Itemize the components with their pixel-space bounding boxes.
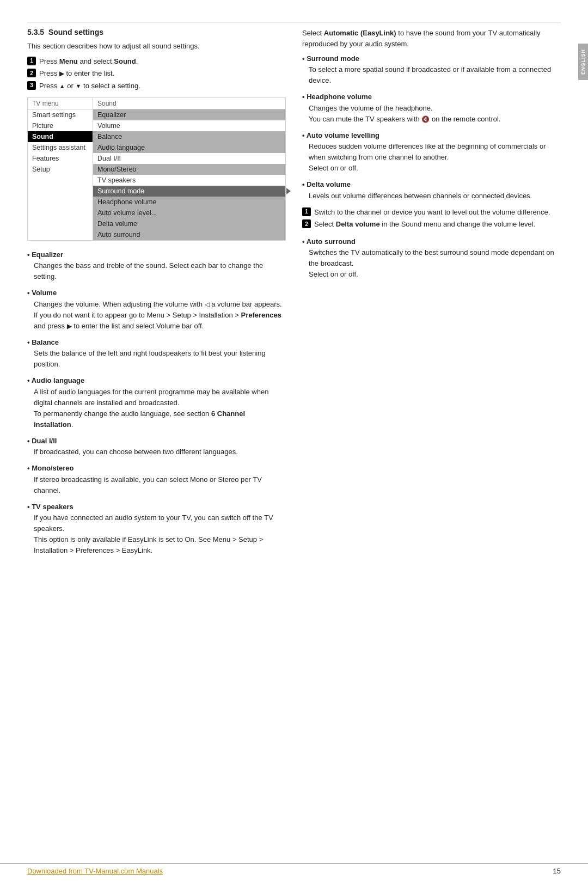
menu-right-headphone-volume: Headphone volume <box>93 197 285 207</box>
bullet-delta-volume-text: Levels out volume differences between ch… <box>302 191 561 201</box>
right-column: Select Automatic (EasyLink) to have the … <box>302 28 561 562</box>
bullet-auto-surround: Auto surround Switches the TV automatica… <box>302 236 561 280</box>
menu-right-equalizer: Equalizer <box>93 109 285 120</box>
menu-left-smart-settings: Smart settings <box>28 109 93 120</box>
up-arrow-icon: ▲ <box>59 82 65 91</box>
bullet-auto-volume-levelling-title: Auto volume levelling <box>302 131 379 139</box>
bullet-surround-mode: Surround mode To select a more spatial s… <box>302 53 561 86</box>
right-steps-list: 1 Switch to the channel or device you wa… <box>302 207 561 230</box>
right-arrow-2-icon: ▶ <box>67 321 72 332</box>
menu-right-auto-surround: Auto surround <box>93 229 285 240</box>
menu-right-surround-mode: Surround mode <box>93 186 285 197</box>
bullet-balance-text: Sets the balance of the left and right l… <box>27 348 286 370</box>
menu-right-delta-volume: Delta volume <box>93 218 285 229</box>
bullet-auto-surround-text: Switches the TV automatically to the bes… <box>302 247 561 280</box>
bullet-mono-stereo: Mono/stereo If stereo broadcasting is av… <box>27 463 286 496</box>
menu-left-sound: Sound <box>28 131 93 142</box>
bullet-volume-text: Changes the volume. When adjusting the v… <box>27 299 286 332</box>
bullet-balance-title: Balance <box>27 338 59 346</box>
page-container: ENGLISH 5.3.5 Sound settings This sectio… <box>0 0 588 886</box>
right-step-1: 1 Switch to the channel or device you wa… <box>302 207 561 218</box>
bullet-auto-volume-levelling: Auto volume levelling Reduces sudden vol… <box>302 130 561 174</box>
bullet-mono-stereo-title: Mono/stereo <box>27 464 74 472</box>
bullet-audio-language: Audio language A list of audio languages… <box>27 375 286 430</box>
footer: Downloaded from TV-Manual.com Manuals 15 <box>0 863 588 875</box>
steps-list: 1 Press Menu and select Sound. 2 Press ▶… <box>27 56 286 91</box>
english-tab: ENGLISH <box>578 44 588 80</box>
bullet-equalizer: Equalizer Changes the bass and treble of… <box>27 249 286 282</box>
main-content: 5.3.5 Sound settings This section descri… <box>27 28 561 562</box>
step-3: 3 Press ▲ or ▼ to select a setting. <box>27 81 286 91</box>
step-2: 2 Press ▶ to enter the list. <box>27 68 286 79</box>
step-1: 1 Press Menu and select Sound. <box>27 56 286 67</box>
bullet-balance: Balance Sets the balance of the left and… <box>27 337 286 370</box>
bullet-equalizer-text: Changes the bass and treble of the sound… <box>27 260 286 282</box>
bullet-auto-volume-levelling-text: Reduces sudden volume differences like a… <box>302 141 561 174</box>
bullet-audio-language-title: Audio language <box>27 376 84 384</box>
menu-right-volume: Volume <box>93 120 285 131</box>
bullet-volume-title: Volume <box>27 289 57 297</box>
right-arrow-icon: ▶ <box>59 69 64 78</box>
menu-left-setup: Setup <box>28 164 93 175</box>
step-3-num: 3 <box>27 81 36 90</box>
step-1-num: 1 <box>27 57 36 65</box>
menu-left-features: Features <box>28 153 93 164</box>
step-2-text: Press ▶ to enter the list. <box>39 68 114 79</box>
bullet-tv-speakers-text: If you have connected an audio system to… <box>27 512 286 557</box>
section-intro: This section describes how to adjust all… <box>27 41 286 52</box>
step-1-text: Press Menu and select Sound. <box>39 56 138 67</box>
menu-col-right: Sound Equalizer Volume Balance Audio lan… <box>93 98 285 240</box>
right-step-2-num: 2 <box>302 219 311 228</box>
surround-arrow-icon <box>286 188 291 194</box>
bullet-equalizer-title: Equalizer <box>27 250 63 259</box>
bullet-headphone-volume-text: Changes the volume of the headphone.You … <box>302 103 561 125</box>
section-title: 5.3.5 Sound settings <box>27 28 286 36</box>
bullet-dual-text: If broadcasted, you can choose between t… <box>27 447 286 457</box>
menu-right-header: Sound <box>93 98 285 109</box>
menu-col-left: TV menu Smart settings Picture Sound Set… <box>28 98 93 240</box>
bullet-audio-language-text: A list of audio languages for the curren… <box>27 387 286 431</box>
mute-icon: 🔇 <box>421 114 430 125</box>
menu-right-audio-language: Audio language <box>93 142 285 153</box>
footer-page-number: 15 <box>553 867 561 875</box>
bullet-volume: Volume Changes the volume. When adjustin… <box>27 288 286 332</box>
menu-right-balance: Balance <box>93 131 285 142</box>
step-2-num: 2 <box>27 69 36 77</box>
left-column: 5.3.5 Sound settings This section descri… <box>27 28 286 562</box>
volume-icon: ◁ <box>205 300 210 310</box>
bullet-auto-surround-title: Auto surround <box>302 237 356 246</box>
section-number: 5.3.5 <box>27 28 44 36</box>
menu-left-header: TV menu <box>28 98 93 109</box>
bullet-surround-mode-title: Surround mode <box>302 54 359 63</box>
section-heading: Sound settings <box>48 28 103 36</box>
right-intro-text: Select Automatic (EasyLink) to have the … <box>302 28 561 49</box>
tv-menu-table: TV menu Smart settings Picture Sound Set… <box>27 97 286 241</box>
menu-right-mono-stereo: Mono/Stereo <box>93 164 285 175</box>
footer-link[interactable]: Downloaded from TV-Manual.com Manuals <box>27 867 163 875</box>
right-step-2-text: Select Delta volume in the Sound menu an… <box>314 219 535 230</box>
right-step-1-num: 1 <box>302 207 311 216</box>
menu-left-settings-assistant: Settings assistant <box>28 142 93 153</box>
bullet-headphone-volume-title: Headphone volume <box>302 93 372 101</box>
bullet-headphone-volume: Headphone volume Changes the volume of t… <box>302 91 561 124</box>
step-3-text: Press ▲ or ▼ to select a setting. <box>39 81 140 91</box>
bullet-tv-speakers: TV speakers If you have connected an aud… <box>27 502 286 557</box>
menu-right-auto-volume: Auto volume level... <box>93 207 285 218</box>
bullet-delta-volume-title: Delta volume <box>302 180 351 188</box>
menu-right-dual: Dual I/II <box>93 153 285 164</box>
bullet-dual: Dual I/II If broadcasted, you can choose… <box>27 436 286 457</box>
right-step-2: 2 Select Delta volume in the Sound menu … <box>302 219 561 230</box>
menu-right-tv-speakers: TV speakers <box>93 175 285 186</box>
right-step-1-text: Switch to the channel or device you want… <box>314 207 550 218</box>
top-rule <box>27 22 561 22</box>
down-arrow-icon: ▼ <box>76 82 82 91</box>
bullet-surround-mode-text: To select a more spatial sound if broadc… <box>302 64 561 86</box>
bullet-tv-speakers-title: TV speakers <box>27 503 74 511</box>
bullet-mono-stereo-text: If stereo broadcasting is available, you… <box>27 474 286 496</box>
bullet-delta-volume: Delta volume Levels out volume differenc… <box>302 179 561 201</box>
menu-left-picture: Picture <box>28 120 93 131</box>
bullet-dual-title: Dual I/II <box>27 437 57 445</box>
